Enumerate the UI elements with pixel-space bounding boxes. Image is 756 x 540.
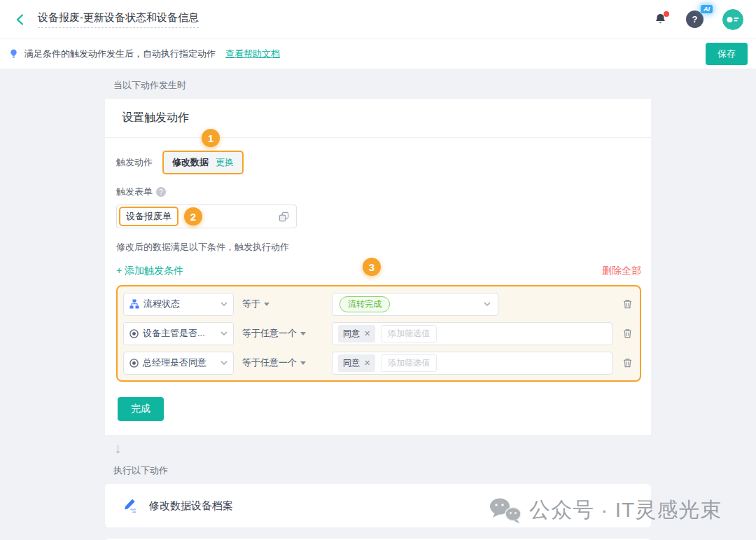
user-avatar[interactable]: [722, 9, 743, 30]
condition-operator-label: 等于任意一个: [242, 327, 297, 340]
tooltip-question-icon[interactable]: ?: [156, 187, 166, 197]
chevron-down-icon: [220, 331, 227, 335]
filter-value-tag: 同意 ✕: [338, 325, 375, 342]
chevron-down-icon: [484, 302, 491, 306]
condition-operator-label: 等于任意一个: [242, 356, 297, 369]
notification-bell-button[interactable]: [654, 13, 667, 26]
condition-field-label: 总经理是否同意: [143, 356, 206, 369]
ai-badge: AI: [701, 5, 713, 13]
condition-operator-dropdown[interactable]: 等于任意一个: [242, 356, 323, 369]
delete-condition-button[interactable]: [621, 356, 634, 370]
trigger-form-select[interactable]: 设备报废单 2: [116, 205, 297, 228]
tip-bar: 满足条件的触发动作发生后，自动执行指定动作 查看帮助文档 保存: [0, 39, 756, 69]
trigger-form-label: 触发表单: [116, 186, 153, 198]
question-mark-icon: ?: [692, 14, 698, 25]
filter-value-tag: 同意 ✕: [338, 354, 375, 372]
annotation-badge-2: 2: [184, 207, 202, 226]
trigger-action-label: 触发动作: [116, 156, 153, 169]
condition-operator-dropdown[interactable]: 等于: [242, 298, 323, 310]
page-title: 设备报废-更新设备状态和设备信息: [38, 11, 199, 28]
condition-value-input[interactable]: 同意 ✕ 添加筛选值: [332, 322, 612, 345]
trigger-action-chip[interactable]: 修改数据 更换: [162, 151, 244, 174]
execute-action-title: 修改数据设备档案: [149, 499, 233, 513]
condition-value-input[interactable]: 同意 ✕ 添加筛选值: [332, 352, 612, 375]
delete-all-button[interactable]: 删除全部: [602, 265, 641, 277]
condition-field-select[interactable]: 流程状态: [123, 293, 234, 316]
form-link-icon[interactable]: [279, 212, 289, 222]
annotation-badge-3: 3: [363, 258, 381, 276]
conditions-hint: 修改后的数据满足以下条件，触发执行动作: [116, 241, 641, 254]
top-header: 设备报废-更新设备状态和设备信息 ? AI: [0, 0, 756, 39]
main-content: 当以下动作发生时 设置触发动作 1 触发动作 修改数据 更换 触发表单 ?: [0, 70, 756, 540]
execute-section-label: 执行以下动作: [105, 455, 651, 484]
condition-operator-label: 等于: [242, 298, 260, 310]
chevron-down-icon: [220, 361, 227, 365]
status-tag: 流转完成: [340, 296, 390, 312]
filter-value-label: 同意: [343, 357, 360, 369]
caret-down-icon: [300, 332, 306, 335]
save-button[interactable]: 保存: [706, 43, 748, 65]
filter-value-label: 同意: [343, 328, 360, 340]
trash-icon: [622, 328, 633, 339]
help-button[interactable]: ? AI: [686, 11, 704, 28]
remove-tag-icon[interactable]: ✕: [364, 359, 370, 368]
help-doc-link[interactable]: 查看帮助文档: [225, 48, 280, 60]
conditions-box: 流程状态 等于 流转完成: [116, 285, 641, 382]
workflow-status-icon: [130, 299, 139, 309]
annotation-badge-1: 1: [202, 129, 220, 147]
radio-field-icon: [130, 329, 139, 338]
flow-down-arrow: ↓: [105, 435, 651, 455]
condition-row: 设备主管是否... 等于任意一个 同意 ✕ 添加筛选值: [123, 321, 634, 345]
trash-icon: [622, 298, 633, 310]
caret-down-icon: [264, 303, 270, 306]
condition-row: 流程状态 等于 流转完成: [123, 292, 634, 316]
back-button[interactable]: [14, 13, 27, 26]
delete-condition-button[interactable]: [621, 297, 634, 311]
condition-field-select[interactable]: 设备主管是否...: [123, 322, 234, 345]
condition-field-label: 流程状态: [144, 298, 180, 310]
notification-dot: [664, 11, 669, 17]
trash-icon: [622, 357, 633, 368]
radio-field-icon: [130, 359, 139, 368]
lightbulb-icon: [8, 48, 19, 60]
condition-value-select[interactable]: 流转完成: [332, 293, 498, 316]
avatar-logo-icon: [722, 9, 743, 30]
trigger-card-header: 设置触发动作 1: [105, 99, 651, 138]
trigger-card-title: 设置触发动作: [122, 111, 189, 123]
condition-operator-dropdown[interactable]: 等于任意一个: [242, 327, 323, 340]
change-action-link[interactable]: 更换: [216, 156, 234, 169]
trigger-action-value: 修改数据: [172, 156, 209, 169]
trigger-form-value: 设备报废单: [119, 207, 178, 226]
trigger-settings-card: 设置触发动作 1 触发动作 修改数据 更换 触发表单 ? 设备报废单: [105, 99, 651, 435]
delete-condition-button[interactable]: [621, 326, 634, 340]
add-filter-placeholder[interactable]: 添加筛选值: [381, 354, 437, 372]
chevron-down-icon: [220, 302, 227, 306]
done-button[interactable]: 完成: [118, 397, 164, 421]
edit-data-icon: [122, 497, 139, 514]
remove-tag-icon[interactable]: ✕: [364, 329, 370, 338]
chevron-left-icon: [14, 13, 27, 26]
add-condition-button[interactable]: + 添加触发条件: [116, 265, 183, 277]
add-filter-placeholder[interactable]: 添加筛选值: [381, 325, 437, 342]
condition-field-select[interactable]: 总经理是否同意: [123, 352, 234, 375]
tip-text: 满足条件的触发动作发生后，自动执行指定动作: [24, 48, 216, 60]
caret-down-icon: [300, 361, 306, 365]
execute-action-card[interactable]: 修改数据设备档案: [105, 484, 651, 527]
condition-row: 总经理是否同意 等于任意一个 同意 ✕ 添加筛选值: [123, 351, 634, 375]
trigger-section-label: 当以下动作发生时: [105, 70, 651, 99]
condition-field-label: 设备主管是否...: [143, 327, 205, 340]
